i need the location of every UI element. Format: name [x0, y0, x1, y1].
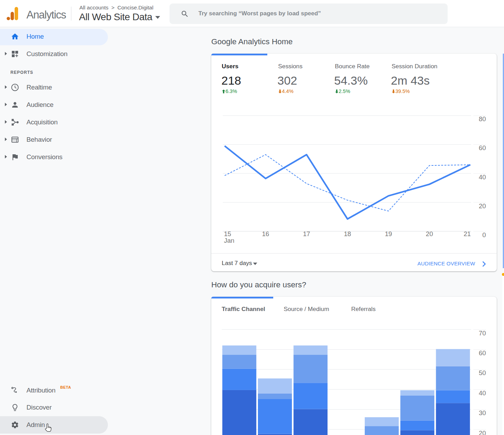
- svg-text:30: 30: [479, 409, 486, 417]
- svg-text:70: 70: [479, 329, 486, 337]
- svg-text:16: 16: [262, 230, 269, 238]
- svg-text:21: 21: [464, 230, 471, 238]
- svg-text:20: 20: [479, 429, 486, 435]
- svg-text:40: 40: [479, 173, 486, 181]
- svg-text:40: 40: [479, 389, 486, 397]
- svg-text:50: 50: [479, 369, 486, 376]
- svg-text:19: 19: [385, 230, 392, 238]
- svg-text:60: 60: [479, 144, 486, 152]
- svg-text:80: 80: [479, 115, 486, 123]
- svg-text:15: 15: [224, 230, 231, 238]
- svg-text:17: 17: [303, 230, 310, 238]
- svg-text:0: 0: [482, 231, 486, 239]
- svg-text:60: 60: [479, 349, 486, 357]
- svg-text:Jan: Jan: [224, 237, 234, 244]
- svg-text:20: 20: [426, 230, 433, 238]
- svg-text:18: 18: [344, 230, 351, 238]
- svg-text:20: 20: [479, 202, 486, 210]
